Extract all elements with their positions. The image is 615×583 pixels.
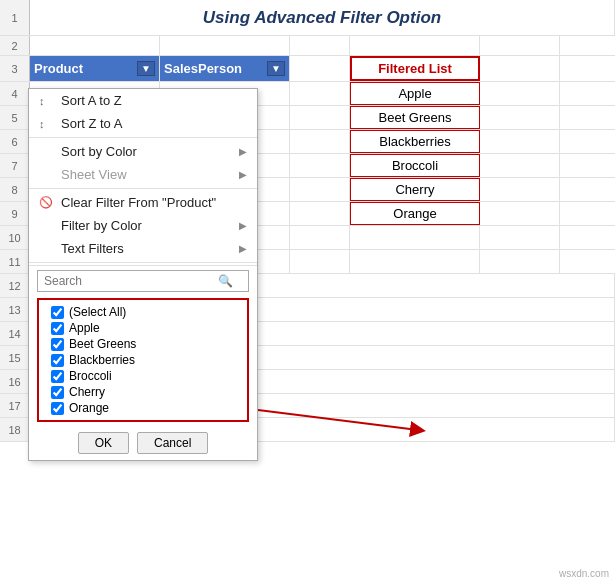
separator-1	[29, 137, 257, 138]
checkbox-select-all-input[interactable]	[51, 306, 64, 319]
checkbox-apple-input[interactable]	[51, 322, 64, 335]
sort-by-color-arrow: ▶	[239, 146, 247, 157]
sort-za-label: Sort Z to A	[61, 116, 247, 131]
text-filters-label: Text Filters	[61, 241, 233, 256]
title-cell: Using Advanced Filter Option	[30, 0, 615, 35]
search-wrap: 🔍	[29, 265, 257, 296]
cancel-button[interactable]: Cancel	[137, 432, 208, 454]
product-filter-button[interactable]: ▼	[137, 61, 155, 76]
row-num-1: 1	[0, 0, 30, 35]
product-header-cell: Product ▼	[30, 56, 160, 81]
checkbox-select-all[interactable]: (Select All)	[51, 304, 239, 320]
ok-button[interactable]: OK	[78, 432, 129, 454]
sheet-view-label: Sheet View	[61, 167, 233, 182]
filter-by-color-label: Filter by Color	[61, 218, 233, 233]
filter-by-color-item[interactable]: Filter by Color ▶	[29, 214, 257, 237]
separator-3	[29, 262, 257, 263]
filtered-cell-2: Beet Greens	[350, 106, 480, 129]
watermark: wsxdn.com	[559, 568, 609, 579]
checkbox-beet-greens[interactable]: Beet Greens	[51, 336, 239, 352]
checkbox-blackberries[interactable]: Blackberries	[51, 352, 239, 368]
sort-az-label: Sort A to Z	[61, 93, 247, 108]
checkbox-beet-greens-input[interactable]	[51, 338, 64, 351]
spreadsheet: 1 Using Advanced Filter Option 2 3 Produ…	[0, 0, 615, 583]
filter-by-color-arrow: ▶	[239, 220, 247, 231]
checkbox-broccoli[interactable]: Broccoli	[51, 368, 239, 384]
salesperson-header-cell: SalesPerson ▼	[160, 56, 290, 81]
filter-dropdown-menu: ↕ Sort A to Z ↕ Sort Z to A Sort by Colo…	[28, 88, 258, 461]
clear-filter-label: Clear Filter From "Product"	[61, 195, 247, 210]
row-num-4: 4	[0, 82, 30, 105]
checkbox-orange[interactable]: Orange	[51, 400, 239, 416]
text-filters-arrow: ▶	[239, 243, 247, 254]
checkbox-blackberries-input[interactable]	[51, 354, 64, 367]
checkbox-apple-label: Apple	[69, 321, 100, 335]
filtered-cell-5: Cherry	[350, 178, 480, 201]
product-header-label: Product	[34, 61, 83, 76]
row-num-2: 2	[0, 36, 30, 55]
sort-by-color-label: Sort by Color	[61, 144, 233, 159]
title-row: 1 Using Advanced Filter Option	[0, 0, 615, 36]
checkbox-orange-input[interactable]	[51, 402, 64, 415]
row-3-headers: 3 Product ▼ SalesPerson ▼ Filtered List	[0, 56, 615, 82]
sort-za-item[interactable]: ↕ Sort Z to A	[29, 112, 257, 135]
filtered-cell-1: Apple	[350, 82, 480, 105]
checkbox-blackberries-label: Blackberries	[69, 353, 135, 367]
checkbox-broccoli-label: Broccoli	[69, 369, 112, 383]
sheet-view-arrow: ▶	[239, 169, 247, 180]
filtered-cell-3: Blackberries	[350, 130, 480, 153]
salesperson-filter-button[interactable]: ▼	[267, 61, 285, 76]
checkbox-cherry-input[interactable]	[51, 386, 64, 399]
checkbox-cherry[interactable]: Cherry	[51, 384, 239, 400]
sort-az-icon: ↕	[39, 95, 55, 107]
checkbox-broccoli-input[interactable]	[51, 370, 64, 383]
page-title: Using Advanced Filter Option	[203, 8, 441, 28]
filtered-cell-4: Broccoli	[350, 154, 480, 177]
filtered-list-header-label: Filtered List	[378, 61, 452, 76]
checkbox-orange-label: Orange	[69, 401, 109, 415]
separator-2	[29, 188, 257, 189]
sort-az-item[interactable]: ↕ Sort A to Z	[29, 89, 257, 112]
salesperson-header-label: SalesPerson	[164, 61, 242, 76]
checkbox-beet-greens-label: Beet Greens	[69, 337, 136, 351]
text-filters-item[interactable]: Text Filters ▶	[29, 237, 257, 260]
clear-filter-item[interactable]: 🚫 Clear Filter From "Product"	[29, 191, 257, 214]
checkbox-apple[interactable]: Apple	[51, 320, 239, 336]
sort-za-icon: ↕	[39, 118, 55, 130]
search-icon: 🔍	[218, 274, 233, 288]
filtered-cell-6: Orange	[350, 202, 480, 225]
checkbox-cherry-label: Cherry	[69, 385, 105, 399]
checkbox-list: (Select All) Apple Beet Greens Blackberr…	[37, 298, 249, 422]
sheet-view-item[interactable]: Sheet View ▶	[29, 163, 257, 186]
filtered-list-header-cell: Filtered List	[350, 56, 480, 81]
clear-filter-icon: 🚫	[39, 196, 55, 209]
menu-buttons: OK Cancel	[29, 426, 257, 460]
checkbox-select-all-label: (Select All)	[69, 305, 126, 319]
sort-by-color-item[interactable]: Sort by Color ▶	[29, 140, 257, 163]
row-num-3: 3	[0, 56, 30, 81]
row-2: 2	[0, 36, 615, 56]
